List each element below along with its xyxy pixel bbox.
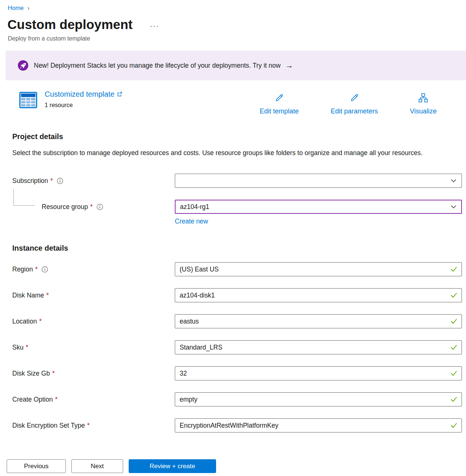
valid-check-icon [450, 422, 458, 430]
required-marker: * [52, 370, 55, 377]
disk-name-label-group: Disk Name * [12, 292, 175, 299]
subscription-dropdown[interactable] [175, 174, 462, 188]
region-value: (US) East US [180, 266, 219, 273]
external-link-icon [117, 90, 122, 99]
region-control: (US) East US [175, 262, 462, 276]
project-details-fields: Subscription * Resource group [0, 174, 466, 225]
disk-size-gb-label: Disk Size Gb [12, 370, 50, 377]
project-details-description: Select the subscription to manage deploy… [12, 147, 444, 159]
breadcrumb-separator-icon: › [28, 4, 30, 12]
valid-check-icon [450, 396, 458, 403]
disk-size-gb-input[interactable]: 32 [175, 366, 462, 380]
field-row-disk-size-gb: Disk Size Gb * 32 [12, 366, 462, 380]
subscription-control [175, 174, 462, 188]
resource-group-dropdown[interactable]: az104-rg1 [175, 200, 462, 214]
resource-group-control: az104-rg1 [175, 200, 462, 214]
template-actions: Edit template Edit parameters Visualiz [260, 93, 437, 115]
breadcrumb-home-link[interactable]: Home [8, 5, 24, 12]
template-card: Customized template 1 resource [19, 90, 437, 115]
sku-control: Standard_LRS [175, 340, 462, 354]
disk-encryption-set-type-value: EncryptionAtRestWithPlatformKey [180, 422, 279, 430]
banner-message: New! Deployment Stacks let you manage th… [34, 62, 280, 70]
more-options-icon[interactable]: ··· [150, 19, 159, 30]
arrow-right-icon[interactable]: → [285, 61, 293, 70]
previous-button[interactable]: Previous [7, 459, 66, 473]
location-label-group: Location * [12, 318, 175, 325]
valid-check-icon [450, 292, 458, 299]
edit-parameters-button[interactable]: Edit parameters [331, 93, 378, 115]
info-icon[interactable] [42, 266, 48, 273]
template-summary: Customized template 1 resource [19, 90, 122, 109]
disk-name-value: az104-disk1 [180, 292, 215, 299]
subscription-label: Subscription [12, 177, 48, 185]
resource-group-label: Resource group [42, 203, 88, 211]
next-button[interactable]: Next [71, 459, 123, 473]
create-new-link[interactable]: Create new [175, 218, 208, 225]
edit-template-label: Edit template [260, 107, 299, 115]
create-option-value: empty [180, 396, 197, 403]
required-marker: * [87, 422, 90, 430]
resource-group-label-group: Resource group * [12, 203, 175, 211]
resource-group-value: az104-rg1 [180, 203, 209, 211]
field-row-resource-group: Resource group * az104-rg1 [12, 200, 462, 214]
sku-label-group: Sku * [12, 344, 175, 351]
field-row-region: Region * (US) East US [12, 262, 462, 276]
valid-check-icon [450, 266, 458, 273]
disk-size-gb-label-group: Disk Size Gb * [12, 370, 175, 377]
location-value: eastus [180, 318, 199, 325]
valid-check-icon [450, 370, 458, 377]
edit-template-button[interactable]: Edit template [260, 93, 299, 115]
instance-details-heading: Instance details [12, 244, 466, 253]
page-header: Custom deployment ··· [0, 12, 466, 32]
region-input[interactable]: (US) East US [175, 262, 462, 276]
region-label: Region [12, 266, 33, 273]
field-row-create-option: Create Option * empty [12, 392, 462, 406]
region-label-group: Region * [12, 266, 175, 273]
field-row-sku: Sku * Standard_LRS [12, 340, 462, 354]
disk-name-label: Disk Name [12, 292, 44, 299]
create-option-label: Create Option [12, 396, 53, 403]
rocket-icon [18, 60, 28, 71]
info-icon[interactable] [57, 178, 63, 184]
visualize-label: Visualize [410, 107, 437, 115]
customized-template-link[interactable]: Customized template [45, 90, 115, 99]
disk-name-input[interactable]: az104-disk1 [175, 288, 462, 302]
deployment-stacks-banner[interactable]: New! Deployment Stacks let you manage th… [6, 51, 466, 80]
edit-parameters-label: Edit parameters [331, 107, 378, 115]
required-marker: * [90, 203, 93, 211]
pencil-icon [274, 93, 284, 104]
page-title: Custom deployment [7, 17, 132, 32]
sku-value: Standard_LRS [180, 344, 222, 351]
create-option-label-group: Create Option * [12, 396, 175, 403]
location-input[interactable]: eastus [175, 314, 462, 328]
pencil-icon [350, 93, 359, 104]
create-option-input[interactable]: empty [175, 392, 462, 406]
valid-check-icon [450, 318, 458, 325]
field-row-subscription: Subscription * [12, 174, 462, 188]
info-icon[interactable] [97, 204, 103, 210]
required-marker: * [39, 318, 42, 325]
location-control: eastus [175, 314, 462, 328]
subscription-resource-group-connector [13, 189, 35, 206]
required-marker: * [26, 344, 28, 351]
required-marker: * [55, 396, 58, 403]
subscription-label-group: Subscription * [12, 177, 175, 185]
required-marker: * [35, 266, 38, 273]
valid-check-icon [450, 344, 458, 351]
required-marker: * [46, 292, 49, 299]
disk-name-control: az104-disk1 [175, 288, 462, 302]
disk-encryption-set-type-control: EncryptionAtRestWithPlatformKey [175, 418, 462, 432]
wizard-footer: Previous Next Review + create [0, 451, 466, 476]
review-create-button[interactable]: Review + create [129, 459, 216, 473]
visualize-button[interactable]: Visualize [410, 93, 437, 115]
disk-size-gb-value: 32 [180, 370, 187, 377]
disk-size-gb-control: 32 [175, 366, 462, 380]
disk-encryption-set-type-label: Disk Encryption Set Type [12, 422, 85, 430]
disk-encryption-set-type-input[interactable]: EncryptionAtRestWithPlatformKey [175, 418, 462, 432]
sku-input[interactable]: Standard_LRS [175, 340, 462, 354]
required-marker: * [50, 177, 53, 185]
create-new-row: Create new [175, 218, 466, 225]
project-details-heading: Project details [12, 132, 466, 141]
breadcrumb: Home › [0, 0, 466, 12]
sku-label: Sku [12, 344, 23, 351]
